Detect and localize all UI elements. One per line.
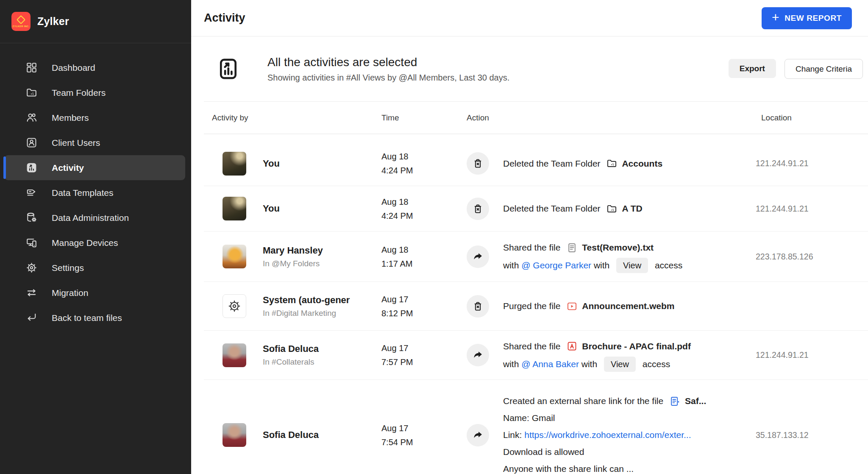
summary-title: All the activities are selected	[267, 56, 509, 69]
actor-location-label: In #Collaterals	[263, 357, 381, 367]
sidebar-item-label: Data Administration	[52, 213, 129, 223]
sidebar-item-client-users[interactable]: Client Users	[4, 130, 185, 155]
activity-date: Aug 18	[381, 198, 467, 206]
activity-time: 8:12 PM	[381, 309, 467, 318]
logo-text: ZYLKER INC.	[13, 25, 30, 28]
actor-name: Sofia Deluca	[263, 343, 381, 354]
sidebar-item-settings[interactable]: Settings	[4, 255, 185, 280]
actor-cell: You	[246, 158, 381, 169]
new-report-label: NEW REPORT	[785, 14, 842, 23]
sidebar-item-manage-devices[interactable]: Manage Devices	[4, 230, 185, 255]
action-line: Purged the file Announcement.webm	[503, 297, 755, 315]
avatar	[223, 197, 246, 220]
item-name: Brochure - APAC final.pdf	[582, 337, 691, 355]
actor-cell: Sofia Deluca	[246, 429, 381, 441]
time-cell: Aug 177:54 PM	[381, 424, 467, 446]
view-access-chip[interactable]: View	[616, 258, 648, 273]
action-cell: Shared the file Test(Remove).txtwith @ G…	[503, 239, 755, 274]
sidebar-item-label: Settings	[52, 263, 84, 273]
sidebar-item-team-folders[interactable]: Team Folders	[4, 80, 185, 105]
action-line: Deleted the Team Folder A TD	[503, 200, 755, 217]
sidebar-item-label: Back to team files	[52, 313, 122, 323]
action-text: Download is allowed	[503, 443, 584, 460]
trash-icon	[467, 295, 489, 318]
sidebar-item-data-templates[interactable]: Data Templates	[4, 180, 185, 205]
data-administration-icon	[25, 212, 38, 224]
action-icon-cell	[467, 152, 503, 175]
brand-name: Zylker	[37, 15, 69, 28]
activity-date: Aug 17	[381, 344, 467, 352]
settings-icon	[25, 262, 38, 274]
action-text: access	[652, 257, 682, 274]
action-line: Created an external share link for the f…	[503, 393, 755, 410]
text-file-icon	[566, 242, 578, 254]
view-access-chip[interactable]: View	[604, 357, 636, 372]
link[interactable]: https://workdrive.zohoexternal.com/exter…	[524, 427, 691, 443]
time-cell: Aug 177:57 PM	[381, 344, 467, 366]
action-line: with @ George Parker with View access	[503, 257, 755, 274]
action-text: with	[591, 257, 612, 274]
link[interactable]: @ Anna Baker	[521, 355, 579, 373]
change-criteria-button[interactable]: Change Criteria	[785, 59, 863, 79]
sidebar-item-migration[interactable]: Migration	[4, 280, 185, 305]
column-header-time: Time	[381, 113, 467, 123]
avatar	[223, 343, 246, 367]
sidebar-item-activity[interactable]: Activity	[4, 155, 185, 180]
action-line: Link: https://workdrive.zohoexternal.com…	[503, 427, 755, 443]
action-text: with	[579, 355, 600, 373]
new-report-button[interactable]: + NEW REPORT	[762, 7, 852, 29]
action-cell: Created an external share link for the f…	[503, 393, 755, 474]
sidebar-item-data-administration[interactable]: Data Administration	[4, 205, 185, 230]
location-ip: 35.187.133.12	[755, 430, 868, 440]
actor-location-label: In #Digital Marketing	[263, 309, 381, 318]
sidebar-item-back-to-team-files[interactable]: Back to team files	[4, 305, 185, 330]
export-button[interactable]: Export	[729, 59, 776, 78]
zylker-logo-icon: ZYLKER INC.	[11, 12, 31, 31]
client-users-icon	[25, 137, 38, 149]
action-cell: Shared the file Brochure - APAC final.pd…	[503, 337, 755, 373]
action-cell: Purged the file Announcement.webm	[503, 297, 755, 315]
activity-time: 1:17 AM	[381, 259, 467, 268]
action-text: with	[503, 355, 521, 373]
column-header-location: Location	[755, 113, 868, 123]
link[interactable]: @ George Parker	[521, 257, 591, 274]
actor-cell: Sofia DelucaIn #Collaterals	[246, 343, 381, 367]
share-icon	[467, 344, 489, 366]
table-row: YouAug 184:24 PMDeleted the Team Folder …	[204, 141, 868, 186]
actor-cell: Mary HansleyIn @My Folders	[246, 245, 381, 268]
column-header-action: Action	[467, 113, 755, 123]
action-cell: Deleted the Team Folder Accounts	[503, 155, 755, 173]
table-row: System (auto-generIn #Digital MarketingA…	[204, 282, 868, 331]
manage-devices-icon	[25, 237, 38, 249]
summary-text: All the activities are selected Showing …	[267, 56, 509, 83]
action-text: Deleted the Team Folder	[503, 200, 603, 217]
item-name: Accounts	[622, 155, 662, 173]
team-folders-icon	[25, 86, 38, 99]
sidebar-item-dashboard[interactable]: Dashboard	[4, 55, 185, 80]
table-header: Activity by Time Action Location	[204, 102, 868, 134]
sidebar-item-label: Manage Devices	[52, 238, 118, 248]
action-text: Shared the file	[503, 337, 563, 355]
item-name: Saf...	[685, 393, 706, 410]
action-text: Name: Gmail	[503, 410, 555, 427]
actor-name: Mary Hansley	[263, 245, 381, 256]
share-icon	[467, 245, 489, 268]
actor-name: Sofia Deluca	[263, 429, 381, 441]
sidebar: ZYLKER INC. Zylker DashboardTeam Folders…	[0, 0, 191, 474]
action-text: Shared the file	[503, 239, 563, 257]
time-cell: Aug 178:12 PM	[381, 295, 467, 318]
back-to-team-files-icon	[25, 312, 38, 324]
share-icon	[467, 424, 489, 446]
time-cell: Aug 184:24 PM	[381, 198, 467, 220]
content-area: All the activities are selected Showing …	[191, 36, 868, 474]
actor-name: You	[263, 203, 381, 214]
main-panel: Activity + NEW REPORT All the activities…	[191, 0, 868, 474]
action-text: Created an external share link for the f…	[503, 393, 666, 410]
activity-time: 4:24 PM	[381, 166, 467, 175]
item-name: Test(Remove).txt	[582, 239, 654, 257]
activity-date: Aug 18	[381, 152, 467, 161]
summary-subtitle: Showing activities in #All Views by @All…	[267, 73, 509, 83]
sidebar-item-label: Team Folders	[52, 88, 106, 98]
sidebar-item-members[interactable]: Members	[4, 105, 185, 130]
avatar	[223, 152, 246, 176]
